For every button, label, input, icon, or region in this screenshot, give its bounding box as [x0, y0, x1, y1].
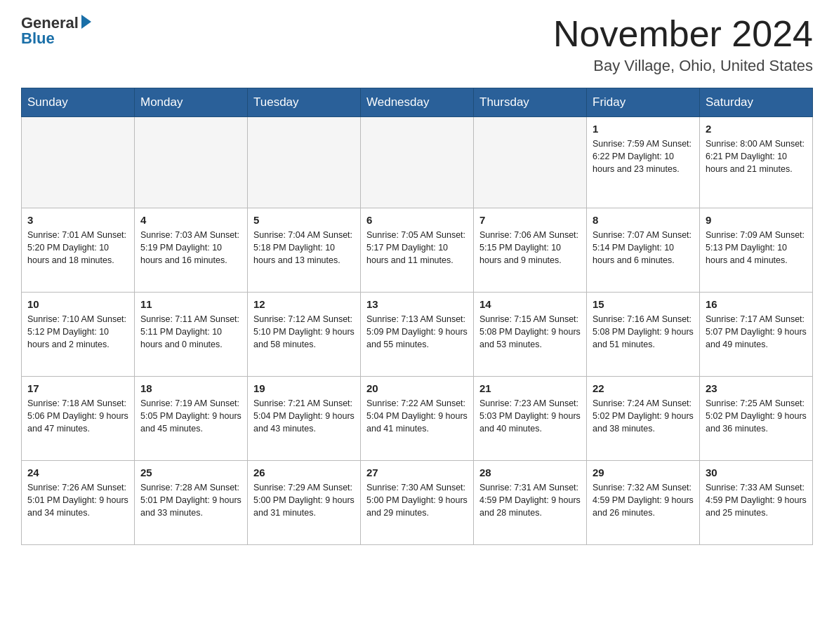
day-number: 29: [593, 467, 694, 478]
calendar-day-cell: 14Sunrise: 7:15 AM Sunset: 5:08 PM Dayli…: [474, 293, 587, 377]
day-number: 12: [253, 298, 355, 310]
day-info: Sunrise: 7:19 AM Sunset: 5:05 PM Dayligh…: [140, 397, 241, 435]
day-number: 25: [140, 467, 241, 478]
calendar-day-cell: 15Sunrise: 7:16 AM Sunset: 5:08 PM Dayli…: [587, 293, 700, 377]
day-number: 10: [27, 298, 128, 310]
day-info: Sunrise: 7:28 AM Sunset: 5:01 PM Dayligh…: [140, 481, 241, 519]
day-info: Sunrise: 7:07 AM Sunset: 5:14 PM Dayligh…: [593, 229, 694, 267]
logo-blue-text: Blue: [21, 29, 55, 48]
day-info: Sunrise: 7:26 AM Sunset: 5:01 PM Dayligh…: [27, 481, 128, 519]
day-number: 5: [253, 214, 355, 226]
calendar-week-row: 24Sunrise: 7:26 AM Sunset: 5:01 PM Dayli…: [22, 461, 813, 545]
calendar-day-cell: 27Sunrise: 7:30 AM Sunset: 5:00 PM Dayli…: [361, 461, 474, 545]
day-number: 1: [593, 123, 694, 135]
day-info: Sunrise: 7:29 AM Sunset: 5:00 PM Dayligh…: [253, 481, 355, 519]
calendar-week-row: 1Sunrise: 7:59 AM Sunset: 6:22 PM Daylig…: [22, 117, 813, 208]
calendar-day-cell: 5Sunrise: 7:04 AM Sunset: 5:18 PM Daylig…: [248, 208, 361, 293]
calendar-day-cell: [474, 117, 587, 208]
calendar-day-cell: 1Sunrise: 7:59 AM Sunset: 6:22 PM Daylig…: [587, 117, 700, 208]
calendar-table: SundayMondayTuesdayWednesdayThursdayFrid…: [21, 88, 813, 545]
day-number: 21: [479, 382, 581, 394]
day-number: 16: [706, 298, 807, 310]
page-header: General Blue November 2024 Bay Village, …: [21, 14, 813, 75]
day-info: Sunrise: 7:18 AM Sunset: 5:06 PM Dayligh…: [27, 397, 128, 435]
calendar-day-cell: 9Sunrise: 7:09 AM Sunset: 5:13 PM Daylig…: [700, 208, 813, 293]
day-number: 27: [366, 467, 468, 478]
calendar-day-cell: 22Sunrise: 7:24 AM Sunset: 5:02 PM Dayli…: [587, 377, 700, 461]
weekday-header-wednesday: Wednesday: [361, 88, 474, 117]
day-info: Sunrise: 7:23 AM Sunset: 5:03 PM Dayligh…: [479, 397, 581, 435]
calendar-day-cell: [248, 117, 361, 208]
calendar-day-cell: 17Sunrise: 7:18 AM Sunset: 5:06 PM Dayli…: [22, 377, 135, 461]
calendar-day-cell: 8Sunrise: 7:07 AM Sunset: 5:14 PM Daylig…: [587, 208, 700, 293]
calendar-day-cell: 18Sunrise: 7:19 AM Sunset: 5:05 PM Dayli…: [135, 377, 248, 461]
calendar-day-cell: 24Sunrise: 7:26 AM Sunset: 5:01 PM Dayli…: [22, 461, 135, 545]
calendar-day-cell: 12Sunrise: 7:12 AM Sunset: 5:10 PM Dayli…: [248, 293, 361, 377]
day-number: 2: [706, 123, 807, 135]
day-number: 19: [253, 382, 355, 394]
weekday-header-tuesday: Tuesday: [248, 88, 361, 117]
day-info: Sunrise: 7:11 AM Sunset: 5:11 PM Dayligh…: [140, 313, 241, 351]
day-number: 7: [479, 214, 581, 226]
day-info: Sunrise: 7:22 AM Sunset: 5:04 PM Dayligh…: [366, 397, 468, 435]
day-info: Sunrise: 7:31 AM Sunset: 4:59 PM Dayligh…: [479, 481, 581, 519]
day-info: Sunrise: 7:12 AM Sunset: 5:10 PM Dayligh…: [253, 313, 355, 351]
day-info: Sunrise: 7:21 AM Sunset: 5:04 PM Dayligh…: [253, 397, 355, 435]
logo: General Blue: [21, 14, 91, 48]
calendar-day-cell: 29Sunrise: 7:32 AM Sunset: 4:59 PM Dayli…: [587, 461, 700, 545]
calendar-week-row: 17Sunrise: 7:18 AM Sunset: 5:06 PM Dayli…: [22, 377, 813, 461]
calendar-week-row: 3Sunrise: 7:01 AM Sunset: 5:20 PM Daylig…: [22, 208, 813, 293]
day-number: 6: [366, 214, 468, 226]
day-number: 24: [27, 467, 128, 478]
weekday-header-thursday: Thursday: [474, 88, 587, 117]
calendar-day-cell: [22, 117, 135, 208]
day-info: Sunrise: 7:32 AM Sunset: 4:59 PM Dayligh…: [593, 481, 694, 519]
calendar-day-cell: 3Sunrise: 7:01 AM Sunset: 5:20 PM Daylig…: [22, 208, 135, 293]
day-info: Sunrise: 7:16 AM Sunset: 5:08 PM Dayligh…: [593, 313, 694, 351]
calendar-day-cell: 26Sunrise: 7:29 AM Sunset: 5:00 PM Dayli…: [248, 461, 361, 545]
day-info: Sunrise: 7:05 AM Sunset: 5:17 PM Dayligh…: [366, 229, 468, 267]
day-info: Sunrise: 7:04 AM Sunset: 5:18 PM Dayligh…: [253, 229, 355, 267]
day-info: Sunrise: 7:09 AM Sunset: 5:13 PM Dayligh…: [706, 229, 807, 267]
day-info: Sunrise: 7:03 AM Sunset: 5:19 PM Dayligh…: [140, 229, 241, 267]
day-number: 20: [366, 382, 468, 394]
calendar-day-cell: 6Sunrise: 7:05 AM Sunset: 5:17 PM Daylig…: [361, 208, 474, 293]
calendar-day-cell: [361, 117, 474, 208]
calendar-day-cell: 7Sunrise: 7:06 AM Sunset: 5:15 PM Daylig…: [474, 208, 587, 293]
calendar-day-cell: 28Sunrise: 7:31 AM Sunset: 4:59 PM Dayli…: [474, 461, 587, 545]
calendar-subtitle: Bay Village, Ohio, United States: [553, 57, 813, 75]
day-info: Sunrise: 7:01 AM Sunset: 5:20 PM Dayligh…: [27, 229, 128, 267]
day-number: 14: [479, 298, 581, 310]
calendar-day-cell: [135, 117, 248, 208]
calendar-day-cell: 4Sunrise: 7:03 AM Sunset: 5:19 PM Daylig…: [135, 208, 248, 293]
calendar-day-cell: 2Sunrise: 8:00 AM Sunset: 6:21 PM Daylig…: [700, 117, 813, 208]
weekday-header-saturday: Saturday: [700, 88, 813, 117]
weekday-header-row: SundayMondayTuesdayWednesdayThursdayFrid…: [22, 88, 813, 117]
calendar-day-cell: 19Sunrise: 7:21 AM Sunset: 5:04 PM Dayli…: [248, 377, 361, 461]
calendar-title: November 2024: [553, 14, 813, 54]
day-info: Sunrise: 7:17 AM Sunset: 5:07 PM Dayligh…: [706, 313, 807, 351]
calendar-week-row: 10Sunrise: 7:10 AM Sunset: 5:12 PM Dayli…: [22, 293, 813, 377]
day-number: 15: [593, 298, 694, 310]
weekday-header-sunday: Sunday: [22, 88, 135, 117]
day-info: Sunrise: 7:25 AM Sunset: 5:02 PM Dayligh…: [706, 397, 807, 435]
day-info: Sunrise: 7:33 AM Sunset: 4:59 PM Dayligh…: [706, 481, 807, 519]
calendar-day-cell: 16Sunrise: 7:17 AM Sunset: 5:07 PM Dayli…: [700, 293, 813, 377]
day-number: 22: [593, 382, 694, 394]
calendar-day-cell: 21Sunrise: 7:23 AM Sunset: 5:03 PM Dayli…: [474, 377, 587, 461]
day-info: Sunrise: 7:13 AM Sunset: 5:09 PM Dayligh…: [366, 313, 468, 351]
calendar-day-cell: 11Sunrise: 7:11 AM Sunset: 5:11 PM Dayli…: [135, 293, 248, 377]
day-number: 4: [140, 214, 241, 226]
weekday-header-friday: Friday: [587, 88, 700, 117]
day-number: 28: [479, 467, 581, 478]
day-number: 30: [706, 467, 807, 478]
logo-arrow-icon: [81, 15, 91, 29]
title-block: November 2024 Bay Village, Ohio, United …: [553, 14, 813, 75]
day-info: Sunrise: 7:06 AM Sunset: 5:15 PM Dayligh…: [479, 229, 581, 267]
day-number: 18: [140, 382, 241, 394]
day-info: Sunrise: 7:24 AM Sunset: 5:02 PM Dayligh…: [593, 397, 694, 435]
day-info: Sunrise: 7:30 AM Sunset: 5:00 PM Dayligh…: [366, 481, 468, 519]
calendar-day-cell: 13Sunrise: 7:13 AM Sunset: 5:09 PM Dayli…: [361, 293, 474, 377]
calendar-day-cell: 20Sunrise: 7:22 AM Sunset: 5:04 PM Dayli…: [361, 377, 474, 461]
day-info: Sunrise: 8:00 AM Sunset: 6:21 PM Dayligh…: [706, 137, 807, 175]
